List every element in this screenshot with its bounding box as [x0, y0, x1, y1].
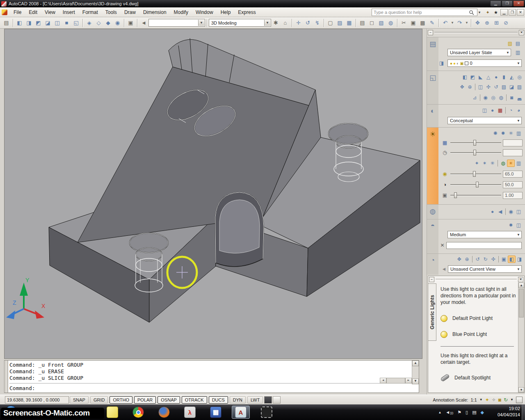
tray-show-hidden-icon[interactable]: ▲	[438, 411, 441, 414]
layer-states-icon[interactable]: ▧	[506, 40, 514, 47]
search-icon[interactable]	[468, 9, 475, 16]
perspective-projection-icon[interactable]: ◨	[516, 256, 523, 263]
view-box-top-icon[interactable]: ◧	[15, 18, 24, 27]
style-conceptual-icon[interactable]: ▦	[496, 107, 504, 114]
layer-on-bulb-icon[interactable]: ●	[450, 61, 452, 66]
materials-panel-icon[interactable]: ◍	[427, 205, 438, 219]
open-file-icon[interactable]: ▨	[336, 18, 344, 27]
chevron-down-icon[interactable]: ▼	[198, 20, 204, 26]
layer-properties-icon[interactable]: ▤	[514, 40, 522, 47]
midtones-value[interactable]: 1.00	[503, 192, 523, 199]
view-se-iso-icon[interactable]: ◇	[94, 18, 103, 27]
new-file-icon[interactable]: ▢	[326, 18, 335, 27]
menu-help[interactable]: Help	[217, 8, 235, 16]
command-prompt[interactable]: Command:	[9, 383, 411, 391]
pan-icon[interactable]: ✥	[455, 256, 463, 263]
tab-generic-lights[interactable]: Generic Lights	[428, 283, 436, 341]
toggle-snap[interactable]: SNAP	[70, 396, 89, 404]
default-lighting-icon[interactable]: ✦	[473, 160, 481, 167]
coordinates-readout[interactable]: 19.6388, 39.1600 , 0.0000	[5, 396, 69, 404]
menu-format[interactable]: Format	[79, 8, 102, 16]
taskbar-clock[interactable]: 19:02 04/04/2014	[498, 406, 520, 418]
menu-edit[interactable]: Edit	[25, 8, 41, 16]
command-vertical-scrollbar[interactable]: ▲ ▼	[412, 361, 419, 384]
contrast-icon[interactable]: ◑	[441, 181, 449, 188]
box-icon[interactable]: ◩	[469, 73, 477, 81]
cut-icon[interactable]: ✂	[399, 18, 408, 27]
section-plane-icon[interactable]: ◛	[516, 94, 523, 101]
sheet-set-icon[interactable]: ▤	[2, 18, 11, 27]
status-menu-dropdown-icon[interactable]: ▼	[510, 398, 514, 402]
render-output-icon[interactable]: ✕	[438, 242, 446, 249]
render-preset-combo[interactable]: Medium ▼	[447, 231, 522, 238]
publish-icon[interactable]: ▧	[377, 18, 386, 27]
calendar-icon[interactable]: ▦	[441, 139, 449, 146]
scrollbar-thumb[interactable]	[519, 289, 524, 317]
sphere-icon[interactable]: ●	[492, 73, 500, 81]
menu-window[interactable]: Window	[192, 8, 217, 16]
constrained-orbit-icon[interactable]: ↺	[474, 256, 482, 263]
layer-isolate-icon[interactable]: ◨	[438, 59, 445, 67]
brightness-slider[interactable]	[450, 171, 501, 177]
pyramid-icon[interactable]: ◭	[508, 73, 516, 81]
volume-icon[interactable]: ◄)))	[445, 410, 453, 415]
material-list-icon[interactable]: ◫	[515, 208, 523, 215]
view-box-right-icon[interactable]: ◪	[43, 18, 52, 27]
show-desktop-button[interactable]	[522, 404, 525, 420]
taskbar-adobe-reader[interactable]: λ	[181, 406, 199, 419]
menu-draw[interactable]: Draw	[121, 8, 139, 16]
date-slider[interactable]	[450, 140, 501, 146]
edge-jitter-icon[interactable]: ◕	[515, 107, 523, 114]
layer-freeze-sun-icon[interactable]: ●	[453, 61, 456, 66]
date-value-box[interactable]	[503, 139, 523, 146]
power-plug-icon[interactable]: ▯	[466, 410, 468, 415]
palette-scrollbar[interactable]: ▲ ▼	[518, 283, 524, 393]
undo-icon[interactable]: ↶	[441, 18, 450, 27]
menu-view[interactable]: View	[41, 8, 59, 16]
cone-icon[interactable]: △	[484, 73, 492, 81]
taskbar-capture-tool[interactable]	[258, 406, 276, 419]
spotlight-icon[interactable]: ✹	[499, 130, 507, 137]
command-window-grip[interactable]	[5, 361, 8, 393]
render-output-field[interactable]	[446, 242, 522, 249]
dashboard-close-button[interactable]: ✕	[519, 30, 524, 35]
network-icon[interactable]: ▤	[472, 410, 476, 415]
toggle-ortho[interactable]: ORTHO	[110, 396, 132, 404]
attach-material-icon[interactable]: ◀	[496, 208, 504, 215]
visual-style-combo[interactable]: Conceptual ▼	[447, 117, 522, 124]
3d-dwf-icon[interactable]: ◍	[386, 18, 395, 27]
torus-icon[interactable]: ◎	[516, 73, 523, 81]
chevron-down-icon[interactable]: ▼	[505, 49, 511, 56]
toggle-polar[interactable]: POLAR	[134, 396, 156, 404]
annotation-scale-dropdown-icon[interactable]: ▼	[479, 398, 483, 402]
interference-icon[interactable]: ◙	[508, 94, 516, 101]
visual-style-panel-icon[interactable]: ◐	[427, 105, 438, 127]
undo-dropdown-icon[interactable]: ▼	[450, 18, 454, 27]
layer-color-swatch[interactable]	[465, 62, 468, 65]
workspace-settings-gear-icon[interactable]: ✱	[272, 18, 280, 27]
scroll-right-icon[interactable]: ►	[405, 378, 412, 383]
palette-minimize-button[interactable]: −	[429, 277, 434, 282]
light-panel-icon[interactable]: ☀	[427, 128, 438, 204]
toolbar-lock-icon[interactable]: ◙	[498, 397, 501, 403]
dashboard-minimize-button[interactable]: −	[428, 30, 433, 35]
scroll-down-icon[interactable]: ▼	[412, 379, 419, 384]
union-icon[interactable]: ◉	[482, 94, 489, 101]
layout-button[interactable]	[273, 396, 281, 404]
3d-rotate-icon[interactable]: ⊕	[466, 83, 474, 91]
window-close-button[interactable]: ✕	[513, 0, 524, 7]
window-restore-button[interactable]: ❐	[502, 0, 513, 7]
copy-icon[interactable]: ▣	[409, 18, 418, 27]
cylinder-icon[interactable]: ▮	[500, 73, 508, 81]
toggle-grid[interactable]: GRID	[90, 396, 108, 404]
help-search-input[interactable]: Type a question for help	[372, 9, 477, 16]
intersect-icon[interactable]: ◍	[497, 94, 505, 101]
toggle-dyn[interactable]: DYN	[230, 396, 246, 404]
menu-tools[interactable]: Tools	[102, 8, 121, 16]
brightness-bulb-icon[interactable]: ◉	[441, 170, 449, 178]
edge-overhang-icon[interactable]: ◔	[507, 107, 515, 114]
no-shadows-icon[interactable]: ✳	[488, 160, 496, 167]
taskbar-autocad-active[interactable]: A	[232, 406, 250, 419]
taskbar-firefox[interactable]	[155, 406, 173, 419]
3d-make-panel-icon[interactable]: ◱	[427, 71, 438, 104]
